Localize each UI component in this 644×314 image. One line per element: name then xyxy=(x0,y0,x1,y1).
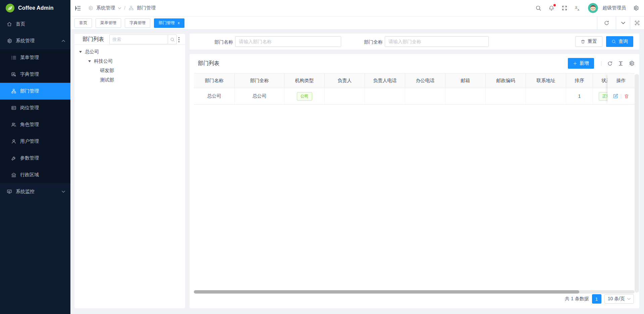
tab-dept-mgmt[interactable]: 部门管理 x xyxy=(154,18,184,28)
col-header-leader: 负责人 xyxy=(325,73,365,88)
dept-tree-panel: 部门列表 总公司 科技公司 研发部 测试部 xyxy=(74,34,185,308)
main-content: 部门列表 总公司 科技公司 研发部 测试部 xyxy=(70,30,644,314)
reset-button-label: 重置 xyxy=(588,39,597,45)
sidebar: Coffee Admin 首页 系统管理 菜单管理 字典管理 部门管理 岗位管理… xyxy=(0,0,70,314)
dictionary-icon xyxy=(11,72,16,77)
tree-node-root[interactable]: 总公司 xyxy=(74,47,185,57)
edit-row-button[interactable] xyxy=(613,93,618,99)
refresh-icon xyxy=(607,61,613,66)
language-button[interactable]: 文A xyxy=(575,5,581,11)
maximize-icon xyxy=(634,20,640,26)
org-chart-icon xyxy=(128,5,134,11)
tree-node-label: 测试部 xyxy=(100,77,114,83)
fullscreen-button[interactable] xyxy=(561,5,568,11)
sidebar-item-monitor[interactable]: 系统监控 xyxy=(0,183,70,200)
sidebar-item-label: 菜单管理 xyxy=(20,55,39,61)
sidebar-fold-button[interactable] xyxy=(75,5,81,11)
tab-dict-mgmt[interactable]: 字典管理 xyxy=(125,18,150,28)
cell-leader xyxy=(325,88,365,104)
sidebar-item-label: 岗位管理 xyxy=(20,105,39,111)
gear-icon xyxy=(88,5,93,11)
notifications-button[interactable] xyxy=(548,5,554,11)
sidebar-item-region-mgmt[interactable]: 行政区域 xyxy=(0,167,70,183)
org-type-tag: 公司 xyxy=(297,92,312,101)
horizontal-scrollbar-track[interactable] xyxy=(194,290,635,294)
pagination-size-value: 10 条/页 xyxy=(608,296,625,302)
content-maximize-button[interactable] xyxy=(630,16,644,29)
fullscreen-icon xyxy=(561,5,568,11)
query-button[interactable]: 查询 xyxy=(606,36,633,47)
tree-node-child[interactable]: 科技公司 xyxy=(74,57,185,66)
caret-down-icon[interactable] xyxy=(79,51,82,53)
table-density-button[interactable] xyxy=(618,61,624,66)
sidebar-item-post-mgmt[interactable]: 岗位管理 xyxy=(0,100,70,116)
topbar-actions: 文A 超级管理员 xyxy=(535,3,640,13)
home-icon xyxy=(7,21,12,27)
search-icon xyxy=(170,37,175,42)
sidebar-item-dept-mgmt[interactable]: 部门管理 xyxy=(0,83,70,100)
sidebar-item-home[interactable]: 首页 xyxy=(0,16,70,33)
tabs-refresh-button[interactable] xyxy=(597,16,616,29)
sidebar-item-role-mgmt[interactable]: 角色管理 xyxy=(0,116,70,133)
breadcrumb-root[interactable]: 系统管理 xyxy=(96,5,115,11)
dept-tree-search-button[interactable] xyxy=(168,35,177,44)
breadcrumb-separator: / xyxy=(124,5,125,11)
tab-close-icon[interactable]: x xyxy=(178,21,180,25)
tab-home[interactable]: 首页 xyxy=(74,18,92,28)
col-header-postcode: 邮政编码 xyxy=(486,73,526,88)
tab-menu-mgmt[interactable]: 菜单管理 xyxy=(96,18,121,28)
delete-row-button[interactable] xyxy=(624,93,629,99)
sidebar-item-param-mgmt[interactable]: 参数管理 xyxy=(0,150,70,167)
sidebar-item-system[interactable]: 系统管理 xyxy=(0,33,70,49)
dept-name-input[interactable] xyxy=(235,36,341,47)
table-refresh-button[interactable] xyxy=(607,61,613,66)
breadcrumb: 系统管理 / 部门管理 xyxy=(88,5,156,11)
chevron-down-icon xyxy=(627,298,631,300)
chevron-down-icon xyxy=(62,190,65,193)
horizontal-scrollbar-thumb[interactable] xyxy=(194,290,579,294)
col-header-sort: 排序 xyxy=(566,73,593,88)
chevron-down-icon xyxy=(621,21,625,24)
pagination-page-1[interactable]: 1 xyxy=(592,294,601,304)
pagination-total: 共 1 条数据 xyxy=(565,296,589,302)
notification-dot xyxy=(553,4,556,6)
tree-node-leaf-test[interactable]: 测试部 xyxy=(74,75,185,85)
column-height-icon xyxy=(618,61,624,66)
tab-label: 菜单管理 xyxy=(100,20,116,26)
sidebar-item-user-mgmt[interactable]: 用户管理 xyxy=(0,133,70,150)
translate-icon: 文A xyxy=(575,5,581,11)
sidebar-item-label: 首页 xyxy=(16,21,25,27)
fixed-actions-column: 操作 xyxy=(607,73,635,105)
dept-table: 部门名称 部门全称 机构类型 负责人 负责人电话 办公电话 邮箱 邮政编码 联系… xyxy=(194,73,635,105)
dept-tree-more-button[interactable] xyxy=(176,36,182,43)
pagination-size-select[interactable]: 10 条/页 xyxy=(604,294,634,304)
vertical-scrollbar-track[interactable] xyxy=(635,74,639,293)
col-header-office-phone: 办公电话 xyxy=(405,73,445,88)
table-settings-button[interactable] xyxy=(629,60,635,66)
dept-tree-search-input[interactable] xyxy=(109,35,168,44)
col-header-dept-full: 部门全称 xyxy=(235,73,284,88)
list-icon xyxy=(11,55,16,60)
settings-button[interactable] xyxy=(633,5,639,11)
table-title: 部门列表 xyxy=(198,60,219,67)
tree-node-leaf-rd[interactable]: 研发部 xyxy=(74,66,185,75)
col-header-email: 邮箱 xyxy=(445,73,486,88)
caret-down-icon[interactable] xyxy=(88,60,91,62)
tabs-menu-button[interactable] xyxy=(616,16,630,29)
dept-fullname-input[interactable] xyxy=(385,36,489,47)
dept-tree-search xyxy=(109,35,177,44)
cell-org-type: 公司 xyxy=(284,88,325,104)
wrench-icon xyxy=(11,155,16,161)
username[interactable]: 超级管理员 xyxy=(602,5,626,11)
add-button-label: 新增 xyxy=(580,60,589,66)
add-button[interactable]: 新增 xyxy=(568,58,594,69)
sidebar-item-dict-mgmt[interactable]: 字典管理 xyxy=(0,66,70,83)
search-button[interactable] xyxy=(535,5,541,11)
tab-label: 部门管理 xyxy=(159,20,175,26)
reset-button[interactable]: 重置 xyxy=(575,36,602,47)
bank-icon xyxy=(11,172,16,178)
avatar[interactable] xyxy=(588,3,598,13)
sidebar-item-label: 参数管理 xyxy=(20,155,39,161)
sidebar-item-menu-mgmt[interactable]: 菜单管理 xyxy=(0,49,70,66)
edit-icon xyxy=(613,93,618,99)
